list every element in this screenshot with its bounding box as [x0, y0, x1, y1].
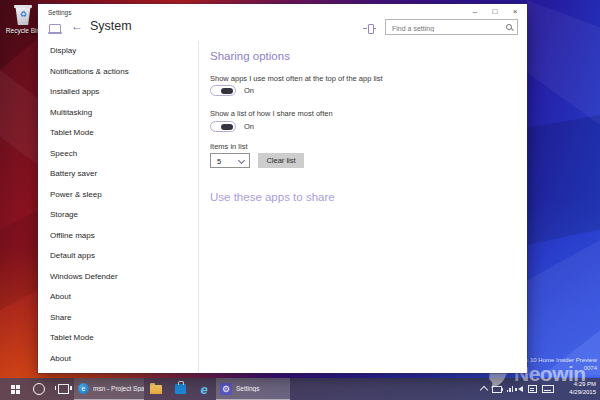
search-box[interactable]	[385, 19, 518, 35]
wallpaper-facet	[527, 115, 600, 245]
sidebar-item-tablet-mode[interactable]: Tablet Mode	[38, 123, 198, 144]
settings-sidebar: Display Notifications & actions Installe…	[38, 41, 198, 373]
sidebar-item-storage[interactable]: Storage	[38, 205, 198, 226]
toggle-knob	[221, 124, 233, 130]
settings-content: Sharing options Show apps I use most oft…	[199, 41, 527, 373]
clear-list-button[interactable]: Clear list	[258, 153, 304, 168]
search-input[interactable]	[390, 21, 504, 35]
sidebar-item-share[interactable]: Share	[38, 308, 198, 329]
toggle-knob	[221, 88, 233, 94]
sidebar-item-multitasking[interactable]: Multitasking	[38, 103, 198, 124]
spartan-button-label: msn - Project Spart...	[93, 385, 144, 392]
spartan-browser-icon: e	[78, 383, 89, 394]
store-button[interactable]	[170, 378, 190, 400]
sidebar-item-windows-defender[interactable]: Windows Defender	[38, 267, 198, 288]
folder-icon	[150, 385, 162, 394]
section-title-use-apps: Use these apps to share	[210, 191, 335, 203]
store-icon	[175, 384, 186, 394]
sidebar-item-about-2[interactable]: About	[38, 349, 198, 370]
sidebar-item-speech[interactable]: Speech	[38, 144, 198, 165]
task-view-icon	[58, 384, 69, 394]
maximize-button[interactable]: □	[485, 4, 505, 18]
toggle-show-apps[interactable]	[210, 85, 236, 96]
toggle-state-share-list: On	[244, 122, 254, 131]
sidebar-item-installed-apps[interactable]: Installed apps	[38, 82, 198, 103]
internet-explorer-icon: e	[200, 383, 207, 396]
sidebar-item-display[interactable]: Display	[38, 41, 198, 62]
gear-icon: ⚙	[220, 383, 232, 395]
internet-explorer-button[interactable]: e	[194, 378, 214, 400]
toggle-label-show-apps: Show apps I use most often at the top of…	[210, 74, 383, 83]
taskbar-button-spartan[interactable]: e msn - Project Spart...	[74, 378, 144, 400]
settings-window: Settings – □ × ← System Display Notifica…	[38, 4, 527, 373]
sidebar-item-power-sleep[interactable]: Power & sleep	[38, 185, 198, 206]
cortana-button[interactable]	[28, 378, 50, 400]
sidebar-item-default-apps[interactable]: Default apps	[38, 246, 198, 267]
system-category-icon	[48, 24, 62, 35]
items-in-list-dropdown[interactable]: 5	[210, 153, 250, 168]
start-button[interactable]	[4, 378, 26, 400]
sidebar-item-battery-saver[interactable]: Battery saver	[38, 164, 198, 185]
toggle-label-share-list: Show a list of how I share most often	[210, 109, 333, 118]
pin-icon[interactable]	[363, 24, 376, 33]
recycle-bin-icon: ♻	[15, 5, 31, 25]
toggle-share-list[interactable]	[210, 121, 236, 132]
window-title: Settings	[48, 9, 72, 16]
items-in-list-value: 5	[217, 157, 221, 166]
sidebar-item-offline-maps[interactable]: Offline maps	[38, 226, 198, 247]
settings-button-label: Settings	[236, 385, 260, 392]
items-in-list-label: Items in list	[210, 142, 248, 151]
sidebar-item-notifications[interactable]: Notifications & actions	[38, 62, 198, 83]
chevron-down-icon	[238, 157, 245, 164]
cortana-icon	[33, 383, 45, 395]
minimize-button[interactable]: –	[465, 4, 485, 18]
back-button[interactable]: ←	[71, 20, 83, 32]
close-button[interactable]: ×	[505, 4, 525, 18]
sidebar-item-about[interactable]: About	[38, 287, 198, 308]
recycle-bin-label: Recycle Bin	[4, 27, 42, 34]
section-title-sharing-options: Sharing options	[210, 50, 290, 62]
desktop-screen: ♻ Recycle Bin ws 10 Home Insider Preview…	[0, 0, 600, 400]
task-view-button[interactable]	[52, 378, 74, 400]
taskbar-button-settings[interactable]: ⚙ Settings	[216, 378, 290, 400]
file-explorer-button[interactable]	[146, 378, 166, 400]
page-title: System	[90, 19, 132, 33]
windows-logo-icon	[11, 385, 20, 394]
sidebar-item-tablet-mode-2[interactable]: Tablet Mode	[38, 328, 198, 349]
recycle-bin-desktop-icon[interactable]: ♻ Recycle Bin	[4, 5, 42, 34]
toggle-state-show-apps: On	[244, 86, 254, 95]
caption-buttons: – □ ×	[465, 4, 525, 18]
search-icon[interactable]	[506, 24, 513, 31]
